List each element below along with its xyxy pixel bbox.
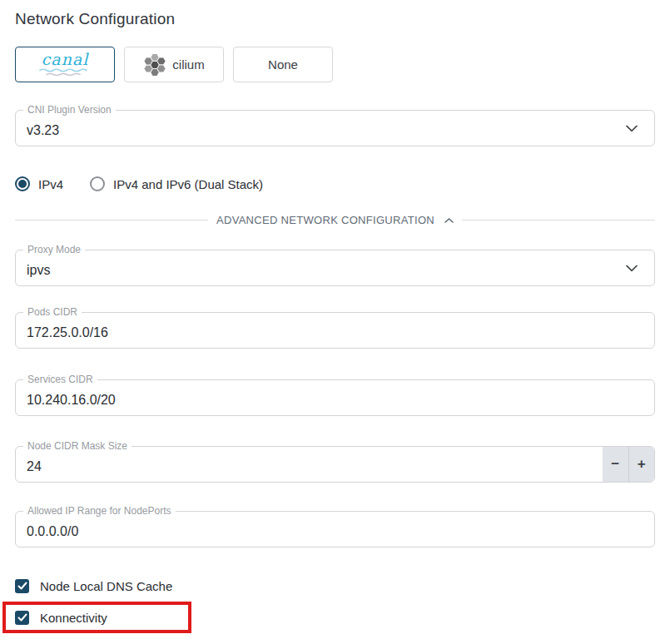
cni-card-none[interactable]: None <box>233 47 333 82</box>
cni-plugin-version-value: v3.23 <box>27 123 59 138</box>
canal-logo: canal <box>38 52 92 77</box>
chevron-up-icon <box>444 218 454 223</box>
checked-checkbox-icon <box>15 611 29 625</box>
chevron-down-icon <box>626 125 638 131</box>
number-stepper: − + <box>603 447 654 482</box>
radio-ipv4-label: IPv4 <box>38 177 63 191</box>
annotation-highlight-box: Konnectivity <box>2 602 191 633</box>
canal-logo-text: canal <box>42 52 89 67</box>
node-local-dns-cache-label: Node Local DNS Cache <box>40 579 172 593</box>
proxy-mode-select[interactable]: ipvs <box>15 250 655 286</box>
divider-line <box>462 220 655 220</box>
radio-ipv4[interactable]: IPv4 <box>15 176 63 191</box>
check-icon <box>17 613 27 622</box>
checkbox-node-local-dns-cache[interactable]: Node Local DNS Cache <box>15 576 655 596</box>
cni-plugin-version-group: CNI Plugin Version v3.23 <box>15 110 655 146</box>
increment-button[interactable]: + <box>629 447 655 482</box>
pods-cidr-group: Pods CIDR <box>15 312 655 349</box>
canal-waves-icon <box>38 68 92 77</box>
checkbox-konnectivity[interactable]: Konnectivity <box>15 607 188 627</box>
nodeport-range-label: Allowed IP Range for NodePorts <box>23 505 176 517</box>
node-cidr-mask-size-label: Node CIDR Mask Size <box>23 440 132 452</box>
cni-card-cilium[interactable]: cilium <box>124 47 224 82</box>
advanced-section-label: ADVANCED NETWORK CONFIGURATION <box>216 214 434 226</box>
proxy-mode-group: Proxy Mode ipvs <box>15 250 655 286</box>
ip-stack-options: IPv4 IPv4 and IPv6 (Dual Stack) <box>15 176 655 191</box>
cilium-icon <box>143 53 166 77</box>
services-cidr-group: Services CIDR <box>15 379 655 416</box>
checkbox-section: Node Local DNS Cache Konnectivity <box>15 576 655 633</box>
radio-dual-stack-label: IPv4 and IPv6 (Dual Stack) <box>113 177 263 191</box>
cni-provider-cards: canal cilium None <box>15 47 655 82</box>
check-icon <box>17 582 27 590</box>
services-cidr-input[interactable] <box>15 379 655 416</box>
pods-cidr-input[interactable] <box>15 312 655 349</box>
proxy-mode-label: Proxy Mode <box>23 244 85 255</box>
konnectivity-label: Konnectivity <box>40 611 107 625</box>
cni-plugin-version-label: CNI Plugin Version <box>23 104 116 116</box>
pods-cidr-label: Pods CIDR <box>23 306 82 318</box>
checked-checkbox-icon <box>15 579 29 593</box>
services-cidr-label: Services CIDR <box>23 374 97 385</box>
nodeport-range-group: Allowed IP Range for NodePorts <box>15 511 655 547</box>
chevron-down-icon <box>626 265 638 271</box>
none-card-label: None <box>268 57 298 72</box>
proxy-mode-value: ipvs <box>27 263 50 278</box>
divider-line <box>15 220 208 220</box>
radio-dual-stack[interactable]: IPv4 and IPv6 (Dual Stack) <box>90 176 263 191</box>
cni-card-canal[interactable]: canal <box>15 47 115 82</box>
cilium-card-label: cilium <box>172 57 204 72</box>
network-configuration-form: Network Configuration canal cilium <box>0 0 670 640</box>
decrement-button[interactable]: − <box>603 447 629 482</box>
page-title: Network Configuration <box>15 10 655 28</box>
radio-unselected-icon <box>90 176 105 191</box>
advanced-network-configuration-toggle[interactable]: ADVANCED NETWORK CONFIGURATION <box>15 214 655 226</box>
node-cidr-mask-size-group: Node CIDR Mask Size − + <box>15 446 655 483</box>
radio-selected-icon <box>15 176 30 191</box>
